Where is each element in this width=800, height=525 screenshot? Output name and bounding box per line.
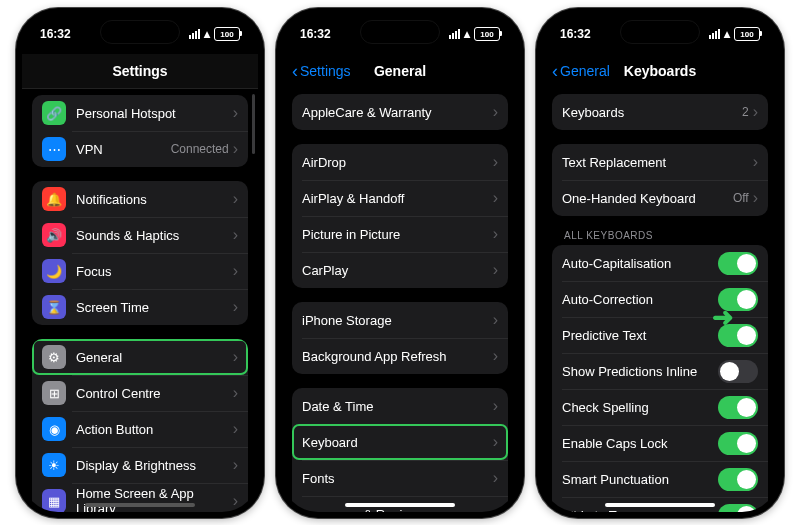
- home-indicator[interactable]: [85, 503, 195, 507]
- app-icon: 🔗: [42, 101, 66, 125]
- page-title: Keyboards: [624, 63, 696, 79]
- row-vpn[interactable]: ⋯VPNConnected›: [32, 131, 248, 167]
- dynamic-island: [620, 20, 700, 44]
- toggle-switch[interactable]: [718, 252, 758, 275]
- app-icon: 🔊: [42, 223, 66, 247]
- signal-icon: [449, 29, 460, 39]
- chevron-left-icon: ‹: [552, 62, 558, 80]
- home-indicator[interactable]: [345, 503, 455, 507]
- row-airplay-handoff[interactable]: AirPlay & Handoff›: [292, 180, 508, 216]
- row-label: AirDrop: [302, 155, 493, 170]
- toggle-switch[interactable]: [718, 432, 758, 455]
- chevron-right-icon: ›: [233, 190, 238, 208]
- toggle-switch[interactable]: [718, 468, 758, 491]
- row-label: Control Centre: [76, 386, 233, 401]
- chevron-right-icon: ›: [753, 153, 758, 171]
- toggle-switch[interactable]: [718, 504, 758, 513]
- row-label: Enable Caps Lock: [562, 436, 718, 451]
- app-icon: ◉: [42, 417, 66, 441]
- row-control-centre[interactable]: ⊞Control Centre›: [32, 375, 248, 411]
- app-icon: ⋯: [42, 137, 66, 161]
- row-personal-hotspot[interactable]: 🔗Personal Hotspot›: [32, 95, 248, 131]
- row-general[interactable]: ⚙General›: [32, 339, 248, 375]
- row-predictive-text[interactable]: Predictive Text: [552, 317, 768, 353]
- row-iphone-storage[interactable]: iPhone Storage›: [292, 302, 508, 338]
- page-title: Settings: [112, 63, 167, 79]
- row-label: Smart Punctuation: [562, 472, 718, 487]
- row-label: Fonts: [302, 471, 493, 486]
- row-label: Personal Hotspot: [76, 106, 233, 121]
- back-button[interactable]: ‹General: [552, 62, 610, 80]
- back-label: General: [560, 63, 610, 79]
- row-label: Show Predictions Inline: [562, 364, 718, 379]
- chevron-right-icon: ›: [233, 140, 238, 158]
- battery-icon: 100: [734, 27, 760, 41]
- battery-icon: 100: [474, 27, 500, 41]
- group-notifications: 🔔Notifications›🔊Sounds & Haptics›🌙Focus›…: [32, 181, 248, 325]
- toggle-switch[interactable]: [718, 396, 758, 419]
- row-label: Auto-Capitalisation: [562, 256, 718, 271]
- chevron-right-icon: ›: [493, 225, 498, 243]
- row-smart-punctuation[interactable]: Smart Punctuation: [552, 461, 768, 497]
- row-focus[interactable]: 🌙Focus›: [32, 253, 248, 289]
- row-label: Text Replacement: [562, 155, 753, 170]
- status-time: 16:32: [560, 27, 591, 41]
- chevron-right-icon: ›: [233, 262, 238, 280]
- toggle-switch[interactable]: [718, 288, 758, 311]
- row-background-app-refresh[interactable]: Background App Refresh›: [292, 338, 508, 374]
- row-picture-in-picture[interactable]: Picture in Picture›: [292, 216, 508, 252]
- row-label: General: [76, 350, 233, 365]
- row-label: Screen Time: [76, 300, 233, 315]
- row-fonts[interactable]: Fonts›: [292, 460, 508, 496]
- wifi-icon: ▴: [464, 27, 470, 41]
- app-icon: 🌙: [42, 259, 66, 283]
- row-keyboards[interactable]: Keyboards2›: [552, 94, 768, 130]
- chevron-right-icon: ›: [493, 505, 498, 512]
- row-airdrop[interactable]: AirDrop›: [292, 144, 508, 180]
- row-label: Auto-Correction: [562, 292, 718, 307]
- home-indicator[interactable]: [605, 503, 715, 507]
- row-carplay[interactable]: CarPlay›: [292, 252, 508, 288]
- group-airdrop: AirDrop›AirPlay & Handoff›Picture in Pic…: [292, 144, 508, 288]
- row-auto-capitalisation[interactable]: Auto-Capitalisation: [552, 245, 768, 281]
- group-textreplace: Text Replacement›One-Handed KeyboardOff›: [552, 144, 768, 216]
- row-screen-time[interactable]: ⌛Screen Time›: [32, 289, 248, 325]
- phone-settings: 16:32 ▴ 100 Settings 🔗Personal Hotspot›⋯…: [16, 8, 264, 518]
- chevron-right-icon: ›: [493, 153, 498, 171]
- toggle-switch[interactable]: [718, 324, 758, 347]
- scrollbar[interactable]: [252, 94, 255, 154]
- row-action-button[interactable]: ◉Action Button›: [32, 411, 248, 447]
- row-check-spelling[interactable]: Check Spelling: [552, 389, 768, 425]
- row-label: Home Screen & App Library: [76, 486, 233, 512]
- row-display-brightness[interactable]: ☀Display & Brightness›: [32, 447, 248, 483]
- row-label: Notifications: [76, 192, 233, 207]
- row-sounds-haptics[interactable]: 🔊Sounds & Haptics›: [32, 217, 248, 253]
- row-date-time[interactable]: Date & Time›: [292, 388, 508, 424]
- row-label: AirPlay & Handoff: [302, 191, 493, 206]
- row-label: One-Handed Keyboard: [562, 191, 733, 206]
- row-show-predictions-inline[interactable]: Show Predictions Inline: [552, 353, 768, 389]
- row-text-replacement[interactable]: Text Replacement›: [552, 144, 768, 180]
- app-icon: ▦: [42, 489, 66, 512]
- row-auto-correction[interactable]: Auto-Correction: [552, 281, 768, 317]
- group-general: ⚙General›⊞Control Centre›◉Action Button›…: [32, 339, 248, 512]
- row-value: Off: [733, 191, 749, 205]
- row-enable-caps-lock[interactable]: Enable Caps Lock: [552, 425, 768, 461]
- row-notifications[interactable]: 🔔Notifications›: [32, 181, 248, 217]
- group-all-keyboards: Auto-CapitalisationAuto-CorrectionPredic…: [552, 245, 768, 512]
- group-network: 🔗Personal Hotspot›⋯VPNConnected›: [32, 95, 248, 167]
- row-label: Date & Time: [302, 399, 493, 414]
- row-label: AppleCare & Warranty: [302, 105, 493, 120]
- chevron-right-icon: ›: [493, 261, 498, 279]
- chevron-left-icon: ‹: [292, 62, 298, 80]
- row-label: Predictive Text: [562, 328, 718, 343]
- dynamic-island: [360, 20, 440, 44]
- row-label: Slide to Type: [562, 508, 718, 513]
- row-keyboard[interactable]: Keyboard›: [292, 424, 508, 460]
- row-home-screen-app-library[interactable]: ▦Home Screen & App Library›: [32, 483, 248, 512]
- row-one-handed-keyboard[interactable]: One-Handed KeyboardOff›: [552, 180, 768, 216]
- back-button[interactable]: ‹Settings: [292, 62, 351, 80]
- toggle-switch[interactable]: [718, 360, 758, 383]
- row-label: Check Spelling: [562, 400, 718, 415]
- row-applecare-warranty[interactable]: AppleCare & Warranty›: [292, 94, 508, 130]
